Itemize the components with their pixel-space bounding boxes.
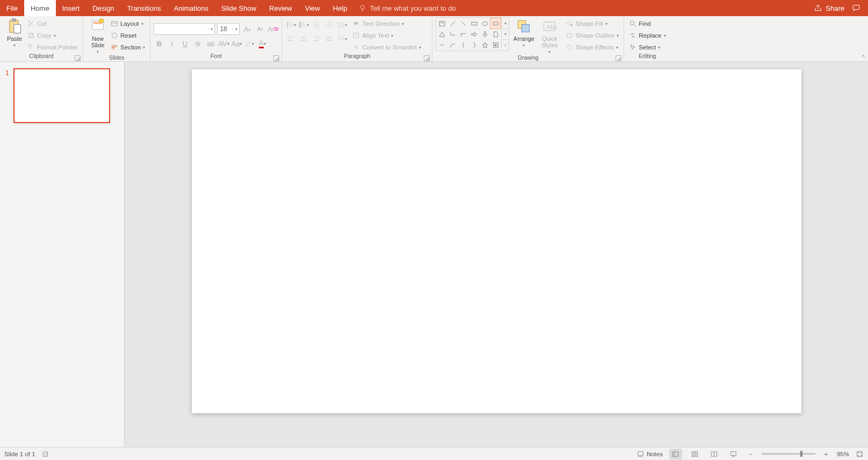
clear-formatting-icon[interactable]: A⌫ [267, 24, 278, 34]
columns-icon[interactable]: ▾ [337, 33, 348, 44]
underline-icon[interactable]: U [179, 38, 190, 49]
shape-oval-icon[interactable] [480, 18, 490, 28]
convert-smartart-button[interactable]: Convert to SmartArt▾ [351, 42, 423, 53]
zoom-out-button[interactable]: − [747, 451, 755, 457]
tab-transitions[interactable]: Transitions [121, 0, 168, 16]
quick-styles-button[interactable]: Abc Quick Styles ▾ [538, 17, 561, 54]
font-launcher[interactable] [273, 55, 279, 61]
font-size-input[interactable] [218, 24, 233, 34]
decrease-indent-icon[interactable] [311, 19, 322, 30]
shape-doc-icon[interactable] [490, 29, 501, 39]
slide-thumbnail-1[interactable] [13, 68, 110, 123]
shape-brace-right-icon[interactable] [469, 40, 479, 50]
shape-effects-button[interactable]: Shape Effects▾ [564, 42, 620, 53]
bullets-icon[interactable]: ▾ [285, 19, 296, 30]
shape-rectangle-icon[interactable] [469, 18, 479, 28]
tab-animations[interactable]: Animations [168, 0, 215, 16]
align-left-icon[interactable] [285, 33, 296, 44]
paste-button[interactable]: Paste ▾ [3, 17, 26, 48]
select-button[interactable]: Select▾ [627, 42, 662, 53]
zoom-in-button[interactable]: + [822, 451, 830, 457]
tab-review[interactable]: Review [263, 0, 299, 16]
cut-button[interactable]: Cut [26, 18, 79, 29]
shape-triangle-icon[interactable] [437, 29, 447, 39]
line-spacing-icon[interactable]: ▾ [337, 19, 348, 30]
tell-me-search[interactable]: Tell me what you want to do [353, 0, 461, 16]
view-sorter-icon[interactable] [689, 449, 701, 459]
layout-button[interactable]: Layout▾ [109, 18, 147, 29]
find-button[interactable]: Find [627, 18, 652, 29]
quick-styles-dropdown-icon[interactable]: ▾ [548, 49, 551, 54]
status-slide-indicator[interactable]: Slide 1 of 1 [4, 451, 35, 457]
char-spacing-icon[interactable]: AV▾ [218, 38, 229, 49]
shape-outline-button[interactable]: Shape Outline▾ [564, 30, 620, 41]
slide-thumbnails-panel[interactable]: 1 [0, 62, 125, 447]
comments-icon[interactable] [852, 4, 860, 12]
zoom-slider-thumb[interactable] [800, 451, 802, 457]
zoom-slider[interactable] [762, 453, 815, 455]
shape-arc-icon[interactable] [447, 40, 458, 50]
view-slideshow-icon[interactable] [727, 449, 740, 459]
italic-icon[interactable]: I [167, 38, 177, 49]
shape-rounded-rect-icon[interactable] [490, 18, 501, 28]
shape-brace-left-icon[interactable] [458, 40, 468, 50]
new-slide-dropdown-icon[interactable]: ▾ [97, 49, 99, 54]
shape-arrow-down-icon[interactable] [480, 29, 490, 39]
reset-button[interactable]: Reset [109, 30, 147, 41]
gallery-scroll-up-icon[interactable]: ▴ [502, 18, 509, 29]
slide-canvas-area[interactable] [125, 62, 868, 447]
spellcheck-icon[interactable] [42, 450, 50, 458]
shape-line-icon[interactable] [447, 18, 458, 28]
fit-window-icon[interactable] [856, 450, 864, 458]
shape-action-icon[interactable] [490, 40, 501, 50]
text-direction-button[interactable]: ||A Text Direction▾ [351, 18, 423, 29]
numbering-icon[interactable]: 123▾ [298, 19, 309, 30]
collapse-ribbon-icon[interactable]: ^ [862, 54, 865, 60]
align-right-icon[interactable] [311, 33, 322, 44]
shape-lconnector-icon[interactable] [447, 29, 458, 39]
view-normal-icon[interactable] [669, 449, 682, 459]
tab-home[interactable]: Home [24, 0, 56, 16]
font-size-combo[interactable]: ▾ [217, 23, 240, 35]
shape-connector-icon[interactable] [437, 40, 447, 50]
arrange-dropdown-icon[interactable]: ▾ [523, 43, 525, 48]
shape-textbox-icon[interactable] [437, 18, 447, 28]
tab-slideshow[interactable]: Slide Show [215, 0, 263, 16]
justify-icon[interactable] [324, 33, 335, 44]
shape-arrow-right-icon[interactable] [469, 29, 479, 39]
tab-design[interactable]: Design [86, 0, 120, 16]
align-center-icon[interactable] [298, 33, 309, 44]
highlight-icon[interactable]: ▾ [244, 38, 255, 49]
bold-icon[interactable]: B [154, 38, 164, 49]
shadow-icon[interactable]: ab [205, 38, 216, 49]
font-size-dropdown-icon[interactable]: ▾ [233, 27, 239, 32]
gallery-more-icon[interactable]: ▿ [502, 40, 509, 51]
font-name-input[interactable] [154, 24, 208, 34]
font-color-icon[interactable]: A▾ [257, 38, 267, 49]
drawing-launcher[interactable] [616, 55, 621, 61]
copy-button[interactable]: Copy ▾ [26, 30, 79, 41]
tab-help[interactable]: Help [327, 0, 354, 16]
view-reading-icon[interactable] [708, 449, 721, 459]
tab-view[interactable]: View [299, 0, 327, 16]
arrange-button[interactable]: Arrange ▾ [512, 17, 535, 48]
shape-line2-icon[interactable] [458, 18, 468, 28]
clipboard-launcher[interactable] [75, 55, 81, 61]
share-button[interactable]: Share [814, 4, 844, 12]
new-slide-button[interactable]: New Slide ▾ [86, 17, 109, 54]
shape-lconnector2-icon[interactable] [458, 29, 468, 39]
tab-file[interactable]: File [0, 0, 24, 16]
shapes-gallery[interactable]: ▴ ▾ ▿ [436, 17, 509, 51]
font-name-dropdown-icon[interactable]: ▾ [208, 27, 214, 32]
tab-insert[interactable]: Insert [56, 0, 86, 16]
increase-indent-icon[interactable] [324, 19, 335, 30]
slide-canvas[interactable] [192, 69, 801, 413]
gallery-scroll-down-icon[interactable]: ▾ [502, 29, 509, 40]
decrease-font-icon[interactable]: A▾ [255, 24, 265, 34]
section-button[interactable]: Section▾ [109, 42, 147, 53]
paragraph-launcher[interactable] [424, 55, 430, 61]
font-name-combo[interactable]: ▾ [154, 23, 215, 35]
increase-font-icon[interactable]: A▴ [242, 24, 252, 34]
paste-dropdown-icon[interactable]: ▾ [13, 43, 16, 48]
replace-button[interactable]: Replace▾ [627, 30, 667, 41]
